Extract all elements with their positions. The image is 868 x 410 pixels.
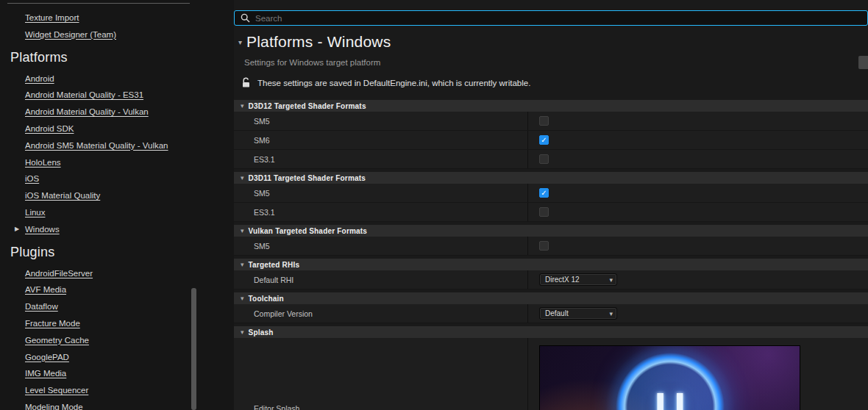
section-title: Splash: [249, 328, 274, 337]
property-label: Default RHI: [234, 270, 527, 289]
sidebar-item-avf-media[interactable]: AVF Media: [0, 281, 188, 298]
sidebar-scrollbar[interactable]: [191, 288, 196, 410]
section-rows: Editor Splash U: [234, 338, 868, 410]
section-toolchain: ▾ Toolchain Compiler Version Default▾: [234, 292, 868, 323]
sidebar-item-ios[interactable]: iOS: [0, 170, 188, 187]
sidebar-item-label: GooglePAD: [25, 353, 69, 362]
sidebar-divider: [7, 3, 190, 4]
unreal-engine-splash-image: U: [539, 345, 800, 410]
sidebar-item-label: iOS Material Quality: [25, 191, 100, 200]
chevron-down-icon: ▾: [241, 227, 244, 234]
section-header[interactable]: ▾ D3D12 Targeted Shader Formats: [234, 100, 868, 112]
section-header[interactable]: ▾ Vulkan Targeted Shader Formats: [234, 225, 868, 237]
sidebar-item-dataflow[interactable]: Dataflow: [0, 298, 188, 315]
sidebar-item-label: Android Material Quality - ES31: [25, 90, 143, 99]
sidebar-item-label: Android Material Quality - Vulkan: [25, 107, 149, 116]
sidebar-header-plugins: Plugins: [0, 238, 188, 265]
sidebar-item-label: Modeling Mode: [25, 403, 83, 410]
property-value: [527, 237, 868, 255]
sidebar-item-windows[interactable]: ▶Windows: [0, 221, 188, 238]
sidebar-item-label: Texture Import: [25, 13, 79, 22]
sidebar-item-label: Widget Designer (Team): [25, 30, 116, 39]
section-rows: Default RHI DirectX 12▾: [234, 270, 868, 289]
property-row-es3-1: ES3.1: [234, 150, 868, 169]
unreal-logo: U: [615, 352, 725, 410]
sidebar-item-android[interactable]: Android: [0, 71, 188, 87]
settings-sections: ▾ D3D12 Targeted Shader Formats SM5 SM6 …: [234, 100, 868, 410]
sidebar-item-geometry-cache[interactable]: Geometry Cache: [0, 332, 188, 349]
export-button-stub[interactable]: [858, 56, 868, 69]
collapse-arrow-icon[interactable]: ▾: [238, 38, 242, 46]
sidebar-item-androidfileserver[interactable]: AndroidFileServer: [0, 265, 188, 282]
sidebar-item-android-material-quality-es31[interactable]: Android Material Quality - ES31: [0, 87, 188, 104]
section-header[interactable]: ▾ Toolchain: [234, 292, 868, 304]
section-header[interactable]: ▾ Splash: [234, 326, 868, 338]
checkbox-sm6[interactable]: ✓: [539, 135, 549, 145]
search-icon: [241, 13, 250, 23]
sidebar-item-android-sm5-material-quality-vulkan[interactable]: Android SM5 Material Quality - Vulkan: [0, 137, 188, 154]
sidebar-item-label: Windows: [25, 225, 60, 234]
property-value: [527, 150, 868, 168]
property-label: SM5: [234, 184, 527, 202]
property-label: Compiler Version: [234, 304, 527, 323]
checkbox-es3-1[interactable]: [539, 207, 549, 217]
sidebar-item-img-media[interactable]: IMG Media: [0, 365, 188, 382]
sidebar-item-label: Level Sequencer: [25, 386, 88, 395]
section-splash: ▾ Splash Editor Splash U: [234, 326, 868, 410]
sidebar-item-label: Android SM5 Material Quality - Vulkan: [25, 141, 168, 150]
property-value: [527, 203, 868, 221]
sidebar-item-hololens[interactable]: HoloLens: [0, 154, 188, 171]
section-rows: SM5 ✓ ES3.1: [234, 184, 868, 222]
property-label: ES3.1: [234, 203, 527, 221]
section-header[interactable]: ▾ D3D11 Targeted Shader Formats: [234, 172, 868, 184]
settings-main: ▾ Platforms - Windows Settings for Windo…: [234, 0, 868, 410]
property-value: [527, 112, 868, 130]
property-label: ES3.1: [234, 150, 527, 168]
dropdown-value: DirectX 12: [545, 276, 609, 284]
property-row-sm6: SM6 ✓: [234, 131, 868, 150]
sidebar-item-android-sdk[interactable]: Android SDK: [0, 121, 188, 137]
search-input[interactable]: [255, 14, 861, 23]
property-row-compiler-version: Compiler Version Default▾: [234, 304, 868, 323]
section-title: Toolchain: [249, 295, 284, 303]
sidebar-item-label: HoloLens: [25, 158, 61, 167]
chevron-down-icon: ▾: [609, 276, 613, 284]
page-title-row: ▾ Platforms - Windows: [238, 33, 391, 51]
sidebar-nav: Texture ImportWidget Designer (Team)Plat…: [0, 10, 188, 410]
sidebar-item-fracture-mode[interactable]: Fracture Mode: [0, 315, 188, 332]
section-vulkan-targeted-shader-formats: ▾ Vulkan Targeted Shader Formats SM5: [234, 225, 868, 256]
sidebar-item-texture-import[interactable]: Texture Import: [0, 10, 188, 26]
sidebar-item-level-sequencer[interactable]: Level Sequencer: [0, 382, 188, 399]
sidebar-item-label: Geometry Cache: [25, 336, 89, 345]
search-bar: [234, 10, 868, 26]
page-subtitle: Settings for Windows target platform: [244, 58, 380, 67]
config-notice-text: These settings are saved in DefaultEngin…: [257, 79, 530, 87]
chevron-down-icon: ▾: [241, 295, 244, 302]
project-settings-window: Texture ImportWidget Designer (Team)Plat…: [0, 0, 868, 410]
dropdown-compiler-version[interactable]: Default▾: [539, 307, 617, 320]
checkbox-es3-1[interactable]: [539, 154, 549, 164]
section-rows: SM5: [234, 237, 868, 256]
property-label: Editor Splash: [234, 338, 527, 410]
section-title: D3D12 Targeted Shader Formats: [249, 102, 366, 110]
checkbox-sm5[interactable]: [539, 241, 549, 251]
sidebar-item-widget-designer-team[interactable]: Widget Designer (Team): [0, 26, 188, 43]
sidebar-item-label: Dataflow: [25, 302, 58, 311]
chevron-down-icon: ▾: [241, 102, 244, 109]
dropdown-default-rhi[interactable]: DirectX 12▾: [539, 273, 617, 286]
checkbox-sm5[interactable]: [539, 116, 549, 126]
sidebar-item-label: Linux: [25, 208, 46, 217]
section-header[interactable]: ▾ Targeted RHIs: [234, 259, 868, 270]
chevron-down-icon: ▾: [609, 310, 613, 317]
sidebar-item-linux[interactable]: Linux: [0, 204, 188, 221]
property-label: SM5: [234, 237, 527, 255]
sidebar-item-modeling-mode[interactable]: Modeling Mode: [0, 399, 188, 410]
sidebar-item-android-material-quality-vulkan[interactable]: Android Material Quality - Vulkan: [0, 104, 188, 121]
sidebar-item-googlepad[interactable]: GooglePAD: [0, 349, 188, 366]
property-row-default-rhi: Default RHI DirectX 12▾: [234, 270, 868, 289]
section-title: Vulkan Targeted Shader Formats: [249, 227, 368, 235]
section-title: Targeted RHIs: [249, 261, 300, 269]
sidebar-item-ios-material-quality[interactable]: iOS Material Quality: [0, 187, 188, 204]
sidebar-item-label: Android: [25, 74, 54, 83]
checkbox-sm5[interactable]: ✓: [539, 188, 549, 198]
